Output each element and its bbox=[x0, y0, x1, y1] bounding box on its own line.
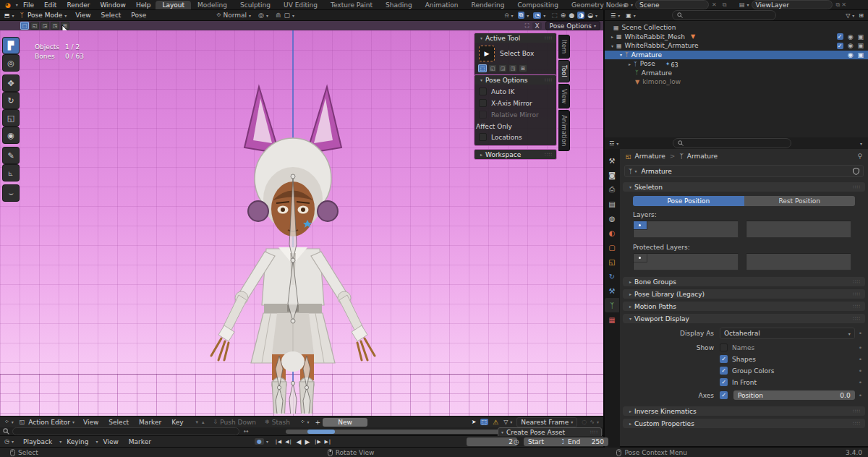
group-colors-checkbox[interactable]: ✓ bbox=[720, 367, 728, 375]
prev-keyframe-button[interactable]: ◀❘ bbox=[285, 439, 292, 445]
menu-file[interactable]: File bbox=[18, 1, 39, 9]
move-action-down-icon[interactable]: ▾ bbox=[196, 419, 199, 425]
timeline-editor-icon[interactable]: ◷ bbox=[4, 438, 9, 445]
npanel-tab-tool[interactable]: Tool bbox=[558, 60, 570, 82]
x-axis-mirror-checkbox[interactable] bbox=[479, 99, 487, 107]
blender-logo-icon[interactable]: ◕ bbox=[5, 1, 11, 9]
locations-checkbox[interactable] bbox=[479, 133, 487, 141]
tool-rotate[interactable]: ↻ bbox=[3, 93, 19, 108]
tool-settings-close-button[interactable]: X bbox=[532, 22, 541, 30]
preview-range-icon[interactable]: ◷ bbox=[514, 438, 519, 445]
breadcrumb-data[interactable]: Armature bbox=[687, 153, 718, 160]
relative-mirror-checkbox[interactable] bbox=[479, 111, 487, 119]
tool-pose-breakdowner[interactable]: ⌣ bbox=[3, 185, 19, 201]
workspace-tab-animation[interactable]: Animation bbox=[419, 1, 465, 9]
fallback-tool-icon[interactable]: ⛶ bbox=[525, 22, 529, 30]
character-model[interactable] bbox=[195, 67, 391, 414]
new-action-plus-icon[interactable]: + bbox=[315, 419, 321, 426]
animate-property-dot[interactable]: • bbox=[859, 392, 862, 399]
collapse-arrow-icon[interactable]: ▾ bbox=[611, 43, 613, 48]
menu-marker[interactable]: Marker bbox=[134, 419, 166, 426]
npanel-tab-view[interactable]: View bbox=[558, 84, 570, 108]
fake-user-shield-icon[interactable] bbox=[853, 168, 859, 175]
workspace-tab-sculpting[interactable]: Sculpting bbox=[234, 1, 277, 9]
scene-name-field[interactable]: Scene bbox=[635, 0, 709, 9]
xray-toggle-icon[interactable]: ◔ bbox=[533, 12, 541, 19]
animate-property-dot[interactable]: • bbox=[859, 356, 862, 363]
workspace-tab-modeling[interactable]: Modeling bbox=[191, 1, 234, 9]
select-mode-subtract-icon[interactable]: ◲ bbox=[498, 64, 507, 72]
menu-window[interactable]: Window bbox=[95, 1, 131, 9]
stash-button[interactable]: ❄Stash bbox=[265, 419, 290, 426]
inverse-kinematics-panel-header[interactable]: ▸Inverse Kinematics∷∷ bbox=[623, 406, 865, 416]
select-mode-invert-icon[interactable]: ◳ bbox=[51, 22, 59, 30]
view-menu[interactable]: View bbox=[98, 438, 123, 445]
motion-paths-panel-header[interactable]: ▸Motion Paths∷∷ bbox=[623, 302, 865, 311]
frame-end-field[interactable]: End250 bbox=[563, 437, 608, 446]
tab-armature-data-properties[interactable]: ᛉ bbox=[605, 298, 619, 312]
menu-pose[interactable]: Pose bbox=[126, 12, 151, 19]
protected-layers-grid-right[interactable] bbox=[746, 253, 851, 270]
properties-editor-icon[interactable]: ☲ bbox=[609, 140, 614, 147]
jump-to-start-button[interactable]: ❘◀ bbox=[274, 439, 281, 445]
outliner-row-whiterabbit-mesh[interactable]: ▸ ▦WhiteRabbit_Mesh ▼ ✓ ◉ ▣ bbox=[605, 33, 868, 42]
shading-solid-icon[interactable]: ⊕ bbox=[561, 12, 566, 19]
tab-texture-properties[interactable]: ▦ bbox=[605, 312, 619, 327]
workspace-tab-layout[interactable]: Layout bbox=[156, 1, 191, 9]
expand-arrow-icon[interactable]: ▸ bbox=[611, 34, 613, 39]
select-mode-subtract-icon[interactable]: ◲ bbox=[41, 22, 49, 30]
armature-name-field[interactable]: ᛉ▾ Armature bbox=[624, 165, 864, 177]
workspace-tab-texture-paint[interactable]: Texture Paint bbox=[324, 1, 379, 9]
menu-view[interactable]: View bbox=[70, 12, 95, 19]
select-mode-extend-icon[interactable]: ◱ bbox=[30, 22, 39, 30]
viewlayer-close-icon[interactable]: ✕ bbox=[841, 1, 846, 8]
collection-checkbox[interactable]: ✓ bbox=[837, 33, 843, 40]
outliner-search-input[interactable] bbox=[672, 10, 776, 20]
shading-wireframe-icon[interactable]: ⬚ bbox=[551, 12, 558, 19]
tab-constraints-properties[interactable]: ⚒ bbox=[605, 283, 619, 298]
channel-search-input[interactable] bbox=[12, 427, 239, 435]
keying-menu[interactable]: Keying bbox=[61, 438, 93, 445]
new-scene-icon[interactable]: ⧉ bbox=[723, 1, 727, 9]
workspace-tab-rendering[interactable]: Rendering bbox=[465, 1, 511, 9]
menu-render[interactable]: Render bbox=[61, 1, 95, 9]
action-editor-dropdown[interactable]: Action Editor▾ bbox=[25, 417, 78, 427]
push-down-button[interactable]: ⇩Push Down bbox=[213, 419, 256, 426]
move-action-up-icon[interactable]: ▴ bbox=[202, 419, 205, 425]
expand-arrow-icon[interactable]: ▸ bbox=[629, 61, 631, 67]
menu-key[interactable]: Key bbox=[166, 419, 188, 426]
outliner-row-kimono-low[interactable]: ▼kimono_low bbox=[605, 77, 868, 87]
outliner-row-armature-object[interactable]: ▾ ᛉArmature ◉ ▣ bbox=[605, 51, 868, 60]
tool-measure[interactable]: ⦜ bbox=[3, 165, 19, 181]
outliner-row-pose[interactable]: ▸ ᛉPose ✦ 63 bbox=[605, 59, 868, 69]
menu-select[interactable]: Select bbox=[96, 12, 127, 19]
tool-annotate[interactable]: ✎ bbox=[3, 148, 19, 163]
workspace-tab-compositing[interactable]: Compositing bbox=[511, 1, 565, 9]
viewport-canvas[interactable]: ▛ ◎ ✥ ↻ ◱ ◉ ✎ ⦜ ⌣ Objects1 / 2 Bones0 / … bbox=[0, 30, 603, 416]
proportional-edit-icon[interactable]: ◌ bbox=[582, 419, 587, 425]
snap-keys-icon[interactable]: ⬚ bbox=[480, 419, 489, 425]
funnel-filter-icon[interactable]: ▽ bbox=[503, 419, 508, 425]
breadcrumb-object[interactable]: Armature bbox=[635, 153, 665, 160]
pose-options-dropdown[interactable]: Pose Options▾ bbox=[545, 21, 600, 30]
outliner-row-whiterabbit-armature[interactable]: ▾ ▦WhiteRabbit_Armature ✓ ◉ ▣ bbox=[605, 41, 868, 51]
tab-output-properties[interactable]: ⎙ bbox=[605, 182, 619, 197]
tab-physics-properties[interactable]: ↻ bbox=[605, 269, 619, 283]
protected-layers-grid-left[interactable] bbox=[633, 253, 739, 270]
funnel-filter-icon[interactable]: ▽ bbox=[846, 12, 850, 19]
axes-checkbox[interactable]: ✓ bbox=[720, 391, 728, 399]
pose-library-panel-header[interactable]: ▸Pose Library (Legacy)∷∷ bbox=[623, 289, 865, 299]
outliner-display-mode-icon[interactable]: ☰ bbox=[610, 12, 616, 19]
collection-checkbox[interactable]: ✓ bbox=[837, 43, 843, 49]
auto-ik-checkbox[interactable] bbox=[479, 87, 487, 95]
workspace-tab-shading[interactable]: Shading bbox=[379, 1, 419, 9]
active-tool-header[interactable]: ▾Active Tool∷∷ bbox=[475, 33, 556, 43]
animate-property-dot[interactable]: • bbox=[859, 379, 862, 386]
mode-dropdown[interactable]: Pose Mode▾ bbox=[24, 11, 70, 20]
viewlayer-remove-icon[interactable]: ⧉ bbox=[836, 1, 841, 9]
transform-orientation-dropdown[interactable]: Normal bbox=[224, 12, 247, 19]
npanel-tab-item[interactable]: Item bbox=[558, 35, 570, 59]
animate-property-dot[interactable]: • bbox=[859, 330, 862, 337]
select-mode-new-icon[interactable]: ⬚ bbox=[478, 64, 487, 72]
cursor-select-icon[interactable]: ➤ bbox=[472, 419, 477, 425]
